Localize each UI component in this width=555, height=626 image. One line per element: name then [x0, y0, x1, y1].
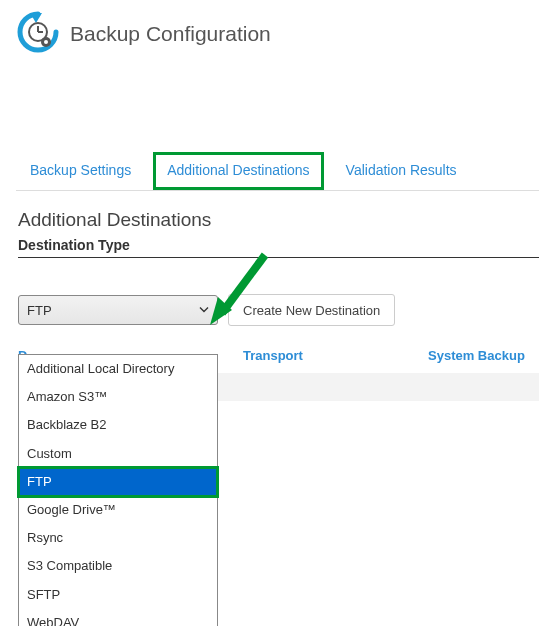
page-header: Backup Configuration [0, 0, 555, 62]
backup-logo-icon [16, 10, 60, 58]
controls-row: FTP Create New Destination [18, 294, 539, 326]
dropdown-option-s3-compat[interactable]: S3 Compatible [19, 552, 217, 580]
table-col-system-backup[interactable]: System Backup [428, 348, 539, 363]
divider [18, 257, 539, 258]
tabs-bar: Backup Settings Additional Destinations … [16, 152, 539, 191]
dropdown-option-local-dir[interactable]: Additional Local Directory [19, 355, 217, 383]
field-label-destination-type: Destination Type [18, 237, 539, 253]
dropdown-option-rsync[interactable]: Rsync [19, 524, 217, 552]
svg-marker-0 [30, 13, 42, 23]
svg-point-5 [44, 40, 48, 44]
dropdown-option-webdav[interactable]: WebDAV [19, 609, 217, 626]
dropdown-option-custom[interactable]: Custom [19, 440, 217, 468]
dropdown-option-backblaze[interactable]: Backblaze B2 [19, 411, 217, 439]
dropdown-option-google-drive[interactable]: Google Drive™ [19, 496, 217, 524]
tab-backup-settings[interactable]: Backup Settings [16, 152, 145, 190]
dropdown-option-ftp[interactable]: FTP [19, 468, 217, 496]
table-col-transport[interactable]: Transport [243, 348, 428, 363]
destination-type-select[interactable]: FTP [18, 295, 218, 325]
dropdown-option-sftp[interactable]: SFTP [19, 581, 217, 609]
destination-type-dropdown: Additional Local Directory Amazon S3™ Ba… [18, 354, 218, 626]
create-new-destination-button[interactable]: Create New Destination [228, 294, 395, 326]
tab-validation-results[interactable]: Validation Results [332, 152, 471, 190]
page-title: Backup Configuration [70, 22, 271, 46]
dropdown-option-amazon-s3[interactable]: Amazon S3™ [19, 383, 217, 411]
chevron-down-icon [199, 303, 209, 318]
tab-additional-destinations[interactable]: Additional Destinations [153, 152, 323, 190]
section-heading: Additional Destinations [18, 209, 539, 231]
select-value: FTP [27, 303, 52, 318]
